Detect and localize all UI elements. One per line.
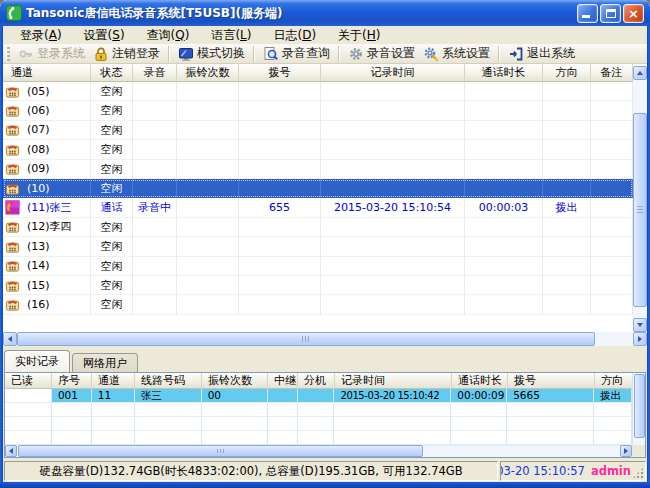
channel-table-hscrollbar[interactable] <box>3 332 647 346</box>
titlebar[interactable]: Tansonic唐信电话录音系统[T5USB](服务端) × <box>0 0 650 26</box>
channel-column-header-5[interactable]: 记录时间 <box>321 64 465 82</box>
record-table-vscrollbar[interactable] <box>632 373 645 445</box>
toolbar-separator <box>253 46 255 62</box>
scroll-left-button[interactable] <box>3 332 17 346</box>
cell-记录时间 <box>321 121 465 140</box>
channel-column-header-4[interactable]: 拨号 <box>239 64 321 82</box>
record-scroll-left-button[interactable] <box>5 445 17 457</box>
cell-录音 <box>133 295 177 314</box>
channel-row-3[interactable]: (08)空闲 <box>3 140 633 159</box>
record-column-header-2[interactable]: 通道 <box>92 373 135 389</box>
record-scroll-right-button[interactable] <box>620 445 632 457</box>
record-column-header-5[interactable]: 中继 <box>268 373 298 389</box>
phone-idle-icon <box>5 219 20 234</box>
mode-switch-button[interactable]: 模式切换 <box>174 44 249 63</box>
tab-network-users[interactable]: 网络用户 <box>72 353 138 372</box>
record-column-header-10[interactable]: 方向 <box>595 373 633 389</box>
cell-振铃次数 <box>177 198 239 217</box>
toolbar-gripper[interactable] <box>6 47 10 61</box>
phone-idle-icon <box>5 161 20 176</box>
tab-realtime-records[interactable]: 实时记录 <box>4 350 70 372</box>
scroll-up-button[interactable] <box>633 66 647 80</box>
record-table-hscrollbar[interactable] <box>5 445 632 457</box>
channel-row-11[interactable]: (16)空闲 <box>3 295 633 314</box>
cell-状态: 空闲 <box>91 121 133 140</box>
menu-item-S[interactable]: 设置(S) <box>73 26 136 45</box>
resize-grip[interactable] <box>632 467 644 479</box>
app-phone-icon <box>6 5 22 21</box>
system-settings-button[interactable]: 系统设置 <box>419 44 494 63</box>
exit-system-button[interactable]: 退出系统 <box>504 44 579 63</box>
hscroll-thumb[interactable] <box>17 332 595 346</box>
channel-row-5[interactable]: (10)空闲 <box>3 179 633 198</box>
record-cell-振铃次数 <box>202 431 268 445</box>
record-cell-序号 <box>52 403 92 417</box>
record-column-header-1[interactable]: 序号 <box>52 373 92 389</box>
logout-button[interactable]: 注销登录 <box>89 44 164 63</box>
vscroll-thumb[interactable] <box>633 113 647 307</box>
channel-row-9[interactable]: (14)空闲 <box>3 257 633 276</box>
channel-column-header-2[interactable]: 录音 <box>133 64 177 82</box>
channel-row-2[interactable]: (07)空闲 <box>3 121 633 140</box>
channel-row-1[interactable]: (06)空闲 <box>3 101 633 120</box>
cell-录音 <box>133 101 177 120</box>
cell-备注 <box>591 101 633 120</box>
channel-column-header-0[interactable]: 通道 <box>3 64 91 82</box>
channel-row-8[interactable]: (13)空闲 <box>3 237 633 256</box>
menu-item-Q[interactable]: 查询(Q) <box>136 26 201 45</box>
scroll-down-button[interactable] <box>633 318 647 332</box>
channel-column-header-1[interactable]: 状态 <box>91 64 133 82</box>
record-hscroll-thumb[interactable] <box>18 445 423 457</box>
record-empty-row <box>5 417 632 431</box>
record-cell-通话时长 <box>451 417 507 431</box>
menu-item-H[interactable]: 关于(H) <box>327 26 391 45</box>
channel-column-header-7[interactable]: 方向 <box>543 64 591 82</box>
scroll-right-button[interactable] <box>633 332 647 346</box>
record-column-header-8[interactable]: 通话时长 <box>452 373 508 389</box>
record-cell-方向 <box>594 417 632 431</box>
record-table-header: 已读序号通道线路号码振铃次数中继分机记录时间通话时长拨号方向 <box>5 373 633 389</box>
record-cell-中继 <box>268 389 298 403</box>
record-column-header-4[interactable]: 振铃次数 <box>202 373 268 389</box>
maximize-button[interactable] <box>600 4 621 23</box>
channel-column-header-6[interactable]: 通话时长 <box>465 64 543 82</box>
cell-记录时间 <box>321 237 465 256</box>
record-vscroll-thumb[interactable] <box>634 374 645 438</box>
menu-item-L[interactable]: 语言(L) <box>200 26 262 45</box>
record-settings-button[interactable]: 录音设置 <box>344 44 419 63</box>
record-query-button[interactable]: 录音查询 <box>259 44 334 63</box>
record-settings-button-label: 录音设置 <box>367 45 415 62</box>
channel-table-vscrollbar[interactable] <box>633 66 647 332</box>
record-cell-记录时间 <box>334 417 451 431</box>
record-column-header-0[interactable]: 已读 <box>5 373 52 389</box>
cell-录音 <box>133 140 177 159</box>
record-cell-线路号码 <box>135 403 202 417</box>
record-column-header-9[interactable]: 拨号 <box>508 373 595 389</box>
close-button[interactable]: × <box>623 4 644 23</box>
channel-row-6[interactable]: (11)张三通话录音中6552015-03-20 15:10:5400:00:0… <box>3 198 633 217</box>
search-icon <box>263 46 279 62</box>
channel-row-10[interactable]: (15)空闲 <box>3 276 633 295</box>
record-column-header-7[interactable]: 记录时间 <box>335 373 452 389</box>
channel-column-header-3[interactable]: 振铃次数 <box>177 64 239 82</box>
channel-row-4[interactable]: (09)空闲 <box>3 160 633 179</box>
record-column-header-6[interactable]: 分机 <box>298 373 335 389</box>
channel-column-header-8[interactable]: 备注 <box>591 64 633 82</box>
cell-录音 <box>133 218 177 237</box>
channel-row-7[interactable]: (12)李四空闲 <box>3 218 633 237</box>
cell-录音 <box>133 160 177 179</box>
cell-记录时间 <box>321 257 465 276</box>
menu-item-A[interactable]: 登录(A) <box>9 26 73 45</box>
login-system-button-label: 登录系统 <box>37 45 85 62</box>
record-column-header-3[interactable]: 线路号码 <box>135 373 202 389</box>
channel-row-0[interactable]: (05)空闲 <box>3 82 633 101</box>
cell-通话时长 <box>465 257 543 276</box>
record-row-0[interactable]: 00111张三002015-03-20 15:10:4200:00:095665… <box>5 389 632 403</box>
toolbar-separator <box>498 46 500 62</box>
menu-item-D[interactable]: 日志(D) <box>262 26 327 45</box>
minimize-button[interactable] <box>577 4 598 23</box>
cell-备注 <box>591 237 633 256</box>
cell-备注 <box>591 121 633 140</box>
cell-拨号 <box>239 295 321 314</box>
login-system-button: 登录系统 <box>14 44 89 63</box>
